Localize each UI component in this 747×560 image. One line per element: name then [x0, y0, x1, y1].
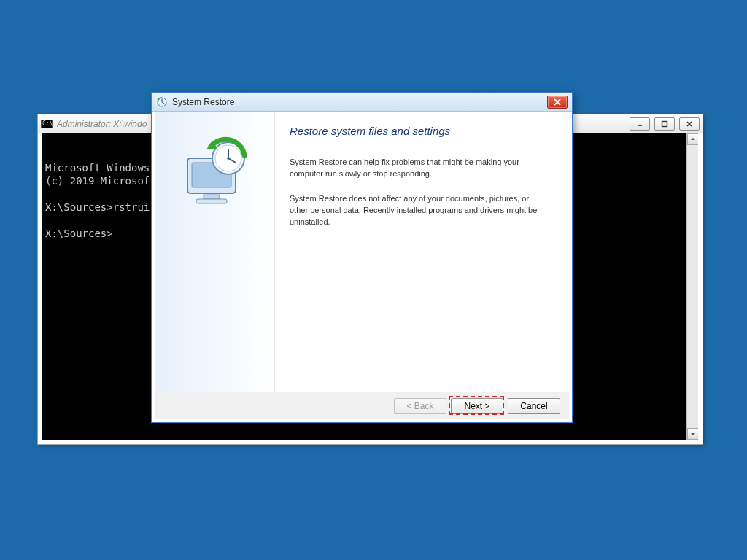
- wizard-content: Restore system files and settings System…: [275, 112, 569, 392]
- cmd-icon: [41, 120, 53, 128]
- minimize-button[interactable]: [630, 117, 650, 131]
- wizard-heading: Restore system files and settings: [290, 125, 554, 137]
- wizard-side-panel: [155, 112, 275, 392]
- cmd-line: X:\Sources>: [45, 228, 113, 239]
- cmd-scrollbar[interactable]: [686, 133, 698, 440]
- svg-rect-5: [204, 195, 220, 199]
- cancel-button[interactable]: Cancel: [508, 398, 560, 414]
- wizard-titlebar[interactable]: System Restore: [152, 93, 572, 112]
- cmd-line: (c) 2019 Microsoft: [45, 175, 162, 187]
- scroll-up-button[interactable]: [687, 133, 698, 145]
- maximize-button[interactable]: [654, 117, 675, 131]
- cmd-line: X:\Sources>rstrui.e: [45, 201, 162, 213]
- wizard-paragraph: System Restore does not affect any of yo…: [290, 192, 538, 228]
- cmd-window-controls: [630, 117, 700, 131]
- svg-rect-6: [196, 199, 227, 203]
- wizard-footer: < Back Next > Cancel: [155, 392, 569, 419]
- svg-point-11: [227, 157, 230, 160]
- system-restore-window: System Restore: [151, 92, 573, 423]
- wizard-title: System Restore: [172, 97, 547, 107]
- close-button[interactable]: [679, 117, 700, 131]
- wizard-paragraph: System Restore can help fix problems tha…: [290, 156, 538, 179]
- wizard-body: Restore system files and settings System…: [155, 112, 569, 392]
- close-button[interactable]: [547, 96, 568, 109]
- svg-rect-1: [662, 121, 667, 126]
- system-restore-icon: [156, 96, 168, 108]
- cmd-line: Microsoft Windows: [45, 162, 162, 174]
- system-restore-hero-icon: [174, 133, 255, 216]
- scroll-down-button[interactable]: [687, 428, 698, 440]
- next-button[interactable]: Next >: [451, 398, 503, 414]
- back-button: < Back: [394, 398, 446, 414]
